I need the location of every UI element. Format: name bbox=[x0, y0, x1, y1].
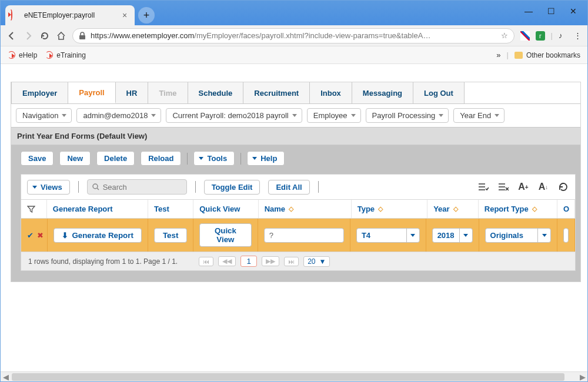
select-value: T4 bbox=[357, 229, 406, 242]
type-select[interactable]: T4 bbox=[356, 228, 420, 243]
svg-point-4 bbox=[93, 184, 98, 189]
col-label: Report Type bbox=[485, 205, 529, 213]
back-icon[interactable] bbox=[6, 31, 17, 41]
table-container: Views Toggle Edit Edit All bbox=[21, 174, 576, 271]
tools-button[interactable]: Tools bbox=[193, 151, 235, 166]
sort-icon: ◇ bbox=[453, 205, 458, 213]
search-input[interactable] bbox=[87, 179, 187, 195]
divider: | bbox=[507, 51, 509, 59]
home-icon[interactable] bbox=[56, 31, 66, 41]
font-increase-icon[interactable]: A+ bbox=[517, 181, 529, 193]
tab-messaging[interactable]: Messaging bbox=[352, 82, 413, 103]
data-table: Generate Report Test Quick View Name◇ Ty… bbox=[21, 200, 575, 270]
check-icon[interactable]: ✔ bbox=[27, 231, 34, 240]
reload-icon[interactable] bbox=[39, 31, 50, 41]
scroll-right-icon[interactable]: ▶ bbox=[577, 373, 587, 381]
divider bbox=[318, 181, 319, 193]
name-field[interactable] bbox=[264, 228, 344, 243]
close-icon[interactable]: ✕ bbox=[567, 6, 579, 16]
search-icon bbox=[92, 183, 99, 190]
dd-label: Current Payroll: demo2018 payroll bbox=[172, 111, 288, 120]
save-button[interactable]: Save bbox=[21, 151, 54, 166]
edit-all-button[interactable]: Edit All bbox=[268, 180, 309, 195]
font-decrease-icon[interactable]: A↓ bbox=[537, 181, 549, 193]
extension-music-icon[interactable]: ♪ bbox=[559, 31, 568, 41]
bookmark-ehelp[interactable]: eHelp bbox=[8, 51, 37, 59]
col-type[interactable]: Type◇ bbox=[352, 200, 427, 218]
tab-payroll[interactable]: Payroll bbox=[68, 82, 115, 103]
button-label: Help bbox=[260, 154, 277, 163]
col-report-type[interactable]: Report Type◇ bbox=[479, 200, 557, 218]
bookmark-other[interactable]: Other bookmarks bbox=[514, 51, 580, 59]
list-x-icon[interactable] bbox=[497, 181, 509, 193]
report-type-select[interactable]: Originals bbox=[485, 228, 551, 243]
reload-button[interactable]: Reload bbox=[141, 151, 181, 166]
omnibox[interactable]: https://www.enetemployer.com/myEmployer/… bbox=[72, 28, 514, 43]
dd-current-payroll[interactable]: Current Payroll: demo2018 payroll bbox=[166, 108, 302, 123]
scroll-left-icon[interactable]: ◀ bbox=[1, 373, 11, 381]
x-icon[interactable]: ✖ bbox=[37, 231, 44, 240]
overflow-select[interactable]: P bbox=[563, 228, 569, 243]
toggle-edit-button[interactable]: Toggle Edit bbox=[204, 180, 260, 195]
dd-label: Year End bbox=[460, 111, 491, 120]
table-row: ✔✖ ⬇Generate Report Test Quick View bbox=[21, 219, 575, 252]
generate-report-button[interactable]: ⬇Generate Report bbox=[54, 228, 142, 243]
dd-admin[interactable]: admin@demo2018 bbox=[76, 108, 161, 123]
views-button[interactable]: Views bbox=[27, 180, 70, 195]
cell-type: T4 bbox=[350, 219, 426, 252]
list-check-icon[interactable] bbox=[477, 181, 489, 193]
browser-tab[interactable]: eNETEmployer:payroll × bbox=[5, 5, 135, 25]
quick-view-button[interactable]: Quick View bbox=[199, 223, 252, 247]
scroll-thumb[interactable] bbox=[12, 373, 564, 381]
dd-processing[interactable]: Payroll Processing bbox=[366, 108, 449, 123]
bookmark-etraining[interactable]: eTraining bbox=[45, 51, 86, 59]
tab-close-icon[interactable]: × bbox=[121, 11, 129, 19]
dd-navigation[interactable]: Navigation bbox=[16, 108, 72, 123]
tab-inbox[interactable]: Inbox bbox=[310, 82, 352, 103]
pager-pagesize[interactable]: 20▼ bbox=[303, 256, 330, 267]
pager-page-input[interactable] bbox=[240, 256, 257, 267]
pager-summary: 1 rows found, displaying from 1 to 1. Pa… bbox=[28, 257, 178, 266]
filter-header[interactable] bbox=[21, 200, 47, 218]
menu-icon[interactable]: ⋮ bbox=[574, 31, 582, 40]
new-button[interactable]: New bbox=[59, 151, 91, 166]
search-field[interactable] bbox=[103, 183, 182, 192]
button-label: Tools bbox=[207, 154, 227, 163]
tab-hr[interactable]: HR bbox=[116, 82, 149, 103]
col-overflow[interactable]: O bbox=[557, 200, 575, 218]
star-icon[interactable]: ☆ bbox=[501, 31, 508, 40]
pager-prev-icon: ◀◀ bbox=[218, 256, 236, 266]
col-name[interactable]: Name◇ bbox=[259, 200, 352, 218]
dd-yearend[interactable]: Year End bbox=[453, 108, 505, 123]
button-label: Test bbox=[163, 231, 178, 240]
minimize-icon[interactable]: — bbox=[523, 6, 534, 16]
col-test[interactable]: Test bbox=[148, 200, 193, 218]
cell-generate: ⬇Generate Report bbox=[48, 219, 148, 252]
delete-button[interactable]: Delete bbox=[96, 151, 135, 166]
tab-employer[interactable]: Employer bbox=[11, 82, 68, 103]
toolbar-band: Save New Delete Reload Tools Help Views bbox=[11, 145, 580, 282]
test-button[interactable]: Test bbox=[154, 228, 187, 243]
tab-recruitment[interactable]: Recruitment bbox=[243, 82, 310, 103]
dd-employee[interactable]: Employee bbox=[307, 108, 361, 123]
tab-logout[interactable]: Log Out bbox=[413, 82, 465, 103]
extension-icon[interactable]: г bbox=[536, 31, 545, 41]
extension-icon[interactable] bbox=[520, 31, 530, 41]
tab-title: eNETEmployer:payroll bbox=[24, 11, 116, 19]
help-button[interactable]: Help bbox=[247, 151, 285, 166]
year-select[interactable]: 2018 bbox=[432, 228, 473, 243]
refresh-icon[interactable] bbox=[557, 181, 569, 193]
sort-icon: ◇ bbox=[378, 205, 383, 213]
col-year[interactable]: Year◇ bbox=[427, 200, 479, 218]
new-tab-button[interactable]: + bbox=[138, 7, 155, 24]
caret-down-icon bbox=[459, 229, 472, 242]
pager-next-icon: ▶▶ bbox=[262, 256, 279, 266]
col-generate[interactable]: Generate Report bbox=[47, 200, 148, 218]
tab-schedule[interactable]: Schedule bbox=[188, 82, 244, 103]
col-quick[interactable]: Quick View bbox=[193, 200, 258, 218]
filter-icon bbox=[27, 205, 35, 213]
lock-icon bbox=[79, 32, 86, 40]
maximize-icon[interactable]: ☐ bbox=[545, 6, 557, 16]
horizontal-scrollbar[interactable]: ◀ ▶ bbox=[1, 371, 587, 381]
overflow-icon[interactable]: » bbox=[496, 51, 500, 59]
